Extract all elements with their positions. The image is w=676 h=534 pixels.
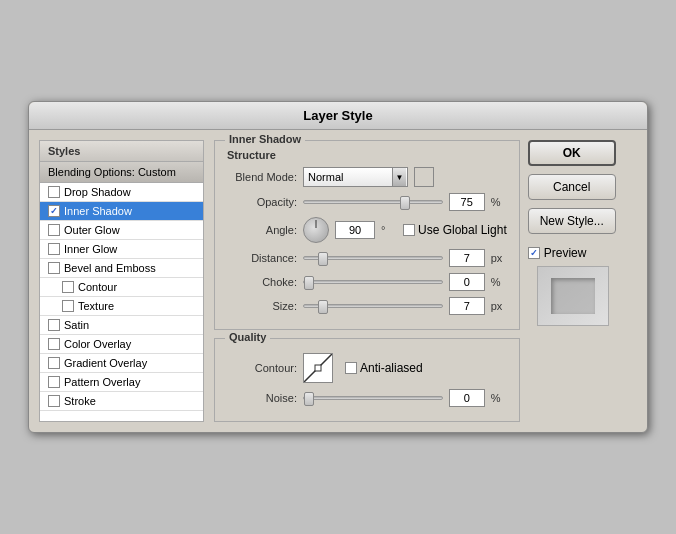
blend-mode-select-wrapper[interactable]: Normal ▼ <box>303 167 408 187</box>
contour-checkbox[interactable] <box>62 281 74 293</box>
drop-shadow-label: Drop Shadow <box>64 186 131 198</box>
preview-checkbox[interactable] <box>528 247 540 259</box>
opacity-input[interactable] <box>449 193 485 211</box>
distance-track <box>303 256 443 260</box>
pattern-overlay-label: Pattern Overlay <box>64 376 140 388</box>
opacity-slider[interactable] <box>303 195 443 209</box>
outer-glow-label: Outer Glow <box>64 224 120 236</box>
color-overlay-checkbox[interactable] <box>48 338 60 350</box>
distance-row: Distance: px <box>227 249 507 267</box>
layer-item-outer-glow[interactable]: Outer Glow <box>40 221 203 240</box>
noise-unit: % <box>491 392 507 404</box>
layer-item-color-overlay[interactable]: Color Overlay <box>40 335 203 354</box>
choke-thumb[interactable] <box>304 276 314 290</box>
color-overlay-label: Color Overlay <box>64 338 131 350</box>
inner-shadow-checkbox[interactable] <box>48 205 60 217</box>
choke-track <box>303 280 443 284</box>
gradient-overlay-label: Gradient Overlay <box>64 357 147 369</box>
contour-thumbnail[interactable] <box>303 353 333 383</box>
quality-section-label: Quality <box>225 331 270 343</box>
choke-unit: % <box>491 276 507 288</box>
drop-shadow-checkbox[interactable] <box>48 186 60 198</box>
ok-button[interactable]: OK <box>528 140 616 166</box>
sections-area: Inner Shadow Structure Blend Mode: Norma… <box>214 140 520 422</box>
svg-rect-0 <box>315 365 321 371</box>
layer-item-gradient-overlay[interactable]: Gradient Overlay <box>40 354 203 373</box>
bevel-emboss-label: Bevel and Emboss <box>64 262 156 274</box>
layer-item-drop-shadow[interactable]: Drop Shadow <box>40 183 203 202</box>
blend-mode-select[interactable]: Normal <box>303 167 408 187</box>
layer-item-bevel-emboss[interactable]: Bevel and Emboss <box>40 259 203 278</box>
opacity-unit: % <box>491 196 507 208</box>
styles-header: Styles <box>40 141 203 162</box>
use-global-light-checkbox[interactable] <box>403 224 415 236</box>
angle-input[interactable] <box>335 221 375 239</box>
stroke-label: Stroke <box>64 395 96 407</box>
blend-color-swatch[interactable] <box>414 167 434 187</box>
noise-slider[interactable] <box>303 391 443 405</box>
contour-label: Contour <box>78 281 117 293</box>
anti-alias-checkbox[interactable] <box>345 362 357 374</box>
choke-slider[interactable] <box>303 275 443 289</box>
structure-label: Structure <box>227 149 507 161</box>
size-input[interactable] <box>449 297 485 315</box>
distance-input[interactable] <box>449 249 485 267</box>
size-row: Size: px <box>227 297 507 315</box>
size-label: Size: <box>227 300 297 312</box>
gradient-overlay-checkbox[interactable] <box>48 357 60 369</box>
angle-label: Angle: <box>227 224 297 236</box>
layer-item-pattern-overlay[interactable]: Pattern Overlay <box>40 373 203 392</box>
noise-input[interactable] <box>449 389 485 407</box>
inner-glow-checkbox[interactable] <box>48 243 60 255</box>
button-panel: OK Cancel New Style... Preview <box>528 140 618 422</box>
noise-row: Noise: % <box>227 389 507 407</box>
angle-dial[interactable] <box>303 217 329 243</box>
new-style-button[interactable]: New Style... <box>528 208 616 234</box>
angle-unit: ° <box>381 224 397 236</box>
use-global-light-label: Use Global Light <box>418 223 507 237</box>
layer-item-satin[interactable]: Satin <box>40 316 203 335</box>
contour-form-label: Contour: <box>227 362 297 374</box>
pattern-overlay-checkbox[interactable] <box>48 376 60 388</box>
opacity-row: Opacity: % <box>227 193 507 211</box>
preview-inner <box>551 278 595 314</box>
blending-options-item[interactable]: Blending Options: Custom <box>40 162 203 183</box>
noise-thumb[interactable] <box>304 392 314 406</box>
cancel-button[interactable]: Cancel <box>528 174 616 200</box>
blend-mode-row: Blend Mode: Normal ▼ <box>227 167 507 187</box>
size-thumb[interactable] <box>318 300 328 314</box>
layer-item-inner-glow[interactable]: Inner Glow <box>40 240 203 259</box>
bevel-emboss-checkbox[interactable] <box>48 262 60 274</box>
size-slider[interactable] <box>303 299 443 313</box>
opacity-thumb[interactable] <box>400 196 410 210</box>
texture-label: Texture <box>78 300 114 312</box>
layer-item-stroke[interactable]: Stroke <box>40 392 203 411</box>
angle-tick <box>316 220 317 228</box>
anti-alias-label: Anti-aliased <box>360 361 423 375</box>
preview-box <box>537 266 609 326</box>
choke-input[interactable] <box>449 273 485 291</box>
angle-row: Angle: ° Use Global Light <box>227 217 507 243</box>
inner-shadow-section: Inner Shadow Structure Blend Mode: Norma… <box>214 140 520 330</box>
layer-item-contour[interactable]: Contour <box>40 278 203 297</box>
layer-item-texture[interactable]: Texture <box>40 297 203 316</box>
distance-thumb[interactable] <box>318 252 328 266</box>
stroke-checkbox[interactable] <box>48 395 60 407</box>
layer-item-inner-shadow[interactable]: Inner Shadow <box>40 202 203 221</box>
texture-checkbox[interactable] <box>62 300 74 312</box>
main-content: Inner Shadow Structure Blend Mode: Norma… <box>214 140 618 422</box>
choke-label: Choke: <box>227 276 297 288</box>
noise-track <box>303 396 443 400</box>
inner-glow-label: Inner Glow <box>64 243 117 255</box>
size-track <box>303 304 443 308</box>
layer-style-dialog: Layer Style Styles Blending Options: Cus… <box>28 101 648 433</box>
left-panel: Styles Blending Options: Custom Drop Sha… <box>39 140 204 422</box>
satin-checkbox[interactable] <box>48 319 60 331</box>
inner-shadow-section-label: Inner Shadow <box>225 133 305 145</box>
opacity-label: Opacity: <box>227 196 297 208</box>
use-global-light-row: Use Global Light <box>403 223 507 237</box>
inner-shadow-label: Inner Shadow <box>64 205 132 217</box>
outer-glow-checkbox[interactable] <box>48 224 60 236</box>
opacity-track <box>303 200 443 204</box>
distance-slider[interactable] <box>303 251 443 265</box>
